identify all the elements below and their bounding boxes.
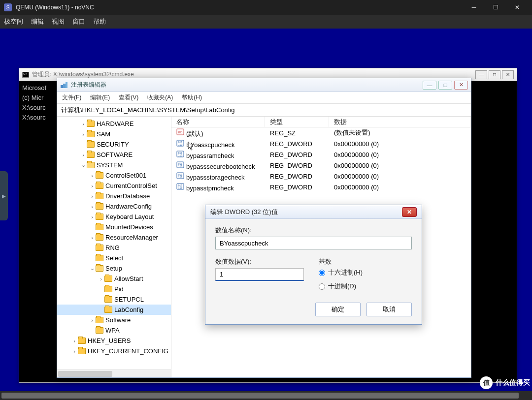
chevron-right-icon[interactable]: › (89, 183, 96, 189)
regedit-menu-help[interactable]: 帮助(H) (182, 93, 202, 102)
tree-item-setup[interactable]: ⌄Setup (57, 263, 171, 274)
tree-item-wpa[interactable]: WPA (57, 325, 171, 336)
tree-item-software[interactable]: ›SOFTWARE (57, 150, 171, 160)
tree-item-labconfig[interactable]: LabConfig (57, 305, 171, 315)
col-header-data[interactable]: 数据 (329, 117, 471, 127)
col-header-name[interactable]: 名称 (171, 117, 265, 127)
tree-item-mounteddevices[interactable]: MountedDevices (57, 222, 171, 232)
tree-item-system[interactable]: ⌄SYSTEM (57, 160, 171, 170)
tree-item-currentcontrolset[interactable]: ›CurrentControlSet (57, 181, 171, 191)
value-name-label: 数值名称(N): (215, 226, 412, 235)
chevron-right-icon[interactable]: › (80, 152, 87, 158)
cmd-minimize-button[interactable]: — (475, 70, 487, 79)
regedit-address-input[interactable] (60, 105, 468, 115)
value-data: 0x00000000 (0) (329, 140, 471, 148)
vnc-menu-item[interactable]: 视图 (52, 17, 65, 26)
tree-item-hkey-current-config[interactable]: ›HKEY_CURRENT_CONFIG (57, 346, 171, 356)
svg-text:110: 110 (178, 154, 183, 157)
chevron-right-icon[interactable]: › (89, 317, 96, 323)
tree-item-keyboard-layout[interactable]: ›Keyboard Layout (57, 212, 171, 222)
cmd-maximize-button[interactable]: □ (489, 70, 500, 79)
vnc-close-button[interactable]: ✕ (506, 0, 528, 15)
folder-icon (104, 296, 112, 303)
chevron-right-icon[interactable]: › (80, 131, 87, 137)
dword-value-icon: 011110 (176, 139, 184, 147)
cancel-button[interactable]: 取消 (366, 303, 412, 316)
folder-icon (78, 348, 86, 354)
folder-icon (104, 307, 112, 313)
tree-item-hardwareconfig[interactable]: ›HardwareConfig (57, 201, 171, 212)
tree-item-rng[interactable]: RNG (57, 243, 171, 253)
folder-icon (104, 286, 112, 292)
outer-horizontal-scrollbar[interactable] (0, 391, 532, 400)
dialog-close-button[interactable]: ✕ (402, 207, 417, 217)
regedit-title-text: 注册表编辑器 (71, 81, 106, 89)
folder-icon (96, 203, 103, 210)
vnc-menu-item[interactable]: 编辑 (31, 17, 44, 26)
value-row[interactable]: ab(默认)REG_SZ(数值未设置) (171, 127, 471, 138)
regedit-menu-file[interactable]: 文件(F) (62, 93, 81, 102)
tree-item-setupcl[interactable]: SETUPCL (57, 294, 171, 305)
regedit-icon (60, 81, 68, 89)
vnc-minimize-button[interactable]: ─ (463, 0, 485, 15)
tree-item-security[interactable]: SECURITY (57, 139, 171, 150)
chevron-right-icon[interactable]: › (89, 235, 96, 241)
regedit-menu-view[interactable]: 查看(V) (119, 93, 138, 102)
radio-dec-input[interactable] (319, 283, 325, 290)
tree-item-software[interactable]: ›Software (57, 315, 171, 325)
regedit-maximize-button[interactable]: □ (438, 81, 452, 90)
tree-item-sam[interactable]: ›SAM (57, 129, 171, 139)
tree-item-controlset001[interactable]: ›ControlSet001 (57, 170, 171, 181)
chevron-right-icon[interactable]: › (89, 204, 96, 210)
tree-item-select[interactable]: Select (57, 253, 171, 263)
tree-item-label: SETUPCL (114, 296, 144, 303)
chevron-right-icon[interactable]: › (71, 338, 78, 344)
chevron-right-icon[interactable]: › (98, 276, 104, 282)
chevron-right-icon[interactable]: › (71, 348, 78, 354)
tree-horizontal-scrollbar[interactable] (57, 369, 171, 377)
regedit-tree-pane[interactable]: ›HARDWARE›SAMSECURITY›SOFTWARE⌄SYSTEM›Co… (57, 117, 171, 377)
vnc-menu-item[interactable]: 帮助 (93, 17, 106, 26)
value-row[interactable]: 011110bypasstpmcheckREG_DWORD0x00000000 … (171, 182, 471, 192)
value-name-input[interactable] (215, 237, 412, 249)
value-data: 0x00000000 (0) (329, 184, 471, 191)
vnc-menu-item[interactable]: 极空间 (4, 17, 23, 26)
cmd-close-button[interactable]: ✕ (502, 70, 514, 79)
value-row[interactable]: 011110bypasssecurebootcheckREG_DWORD0x00… (171, 160, 471, 171)
chevron-down-icon[interactable]: ⌄ (89, 265, 96, 272)
value-row[interactable]: 011110bypassramcheckREG_DWORD0x00000000 … (171, 149, 471, 160)
value-type: REG_DWORD (265, 162, 329, 169)
value-data-input[interactable] (215, 268, 304, 281)
chevron-down-icon[interactable]: ⌄ (80, 162, 87, 168)
regedit-close-button[interactable]: ✕ (454, 81, 468, 90)
tree-item-hardware[interactable]: ›HARDWARE (57, 119, 171, 129)
folder-icon (96, 234, 103, 241)
chevron-right-icon[interactable]: › (80, 121, 87, 127)
ok-button[interactable]: 确定 (315, 303, 361, 316)
regedit-minimize-button[interactable]: — (423, 81, 436, 90)
radio-hex-input[interactable] (319, 270, 325, 276)
regedit-menu-favorites[interactable]: 收藏夹(A) (147, 93, 173, 102)
value-row[interactable]: 011110bypassstoragecheckREG_DWORD0x00000… (171, 171, 471, 182)
value-data: 0x00000000 (0) (329, 162, 471, 169)
vnc-sidebar-toggle[interactable]: ▶ (0, 171, 8, 220)
vnc-maximize-button[interactable]: ☐ (485, 0, 506, 15)
tree-item-allowstart[interactable]: ›AllowStart (57, 274, 171, 284)
radio-dec[interactable]: 十进制(D) (319, 282, 363, 291)
chevron-right-icon[interactable]: › (89, 173, 96, 179)
folder-icon (87, 162, 95, 168)
tree-item-hkey-users[interactable]: ›HKEY_USERS (57, 336, 171, 346)
tree-item-pid[interactable]: Pid (57, 284, 171, 294)
chevron-right-icon[interactable]: › (89, 193, 96, 199)
dialog-title-bar[interactable]: 编辑 DWORD (32 位)值 ✕ (205, 205, 422, 219)
tree-item-resourcemanager[interactable]: ›ResourceManager (57, 232, 171, 243)
regedit-menu-edit[interactable]: 编辑(E) (90, 93, 110, 102)
tree-item-driverdatabase[interactable]: ›DriverDatabase (57, 191, 171, 201)
vnc-menu-item[interactable]: 窗口 (72, 17, 85, 26)
col-header-type[interactable]: 类型 (265, 117, 329, 127)
radio-hex[interactable]: 十六进制(H) (319, 268, 363, 277)
folder-icon (96, 214, 103, 220)
regedit-title-bar[interactable]: 注册表编辑器 — □ ✕ (57, 78, 471, 92)
value-row[interactable]: 011110BYoasscpucheckREG_DWORD0x00000000 … (171, 138, 471, 149)
chevron-right-icon[interactable]: › (89, 214, 96, 220)
